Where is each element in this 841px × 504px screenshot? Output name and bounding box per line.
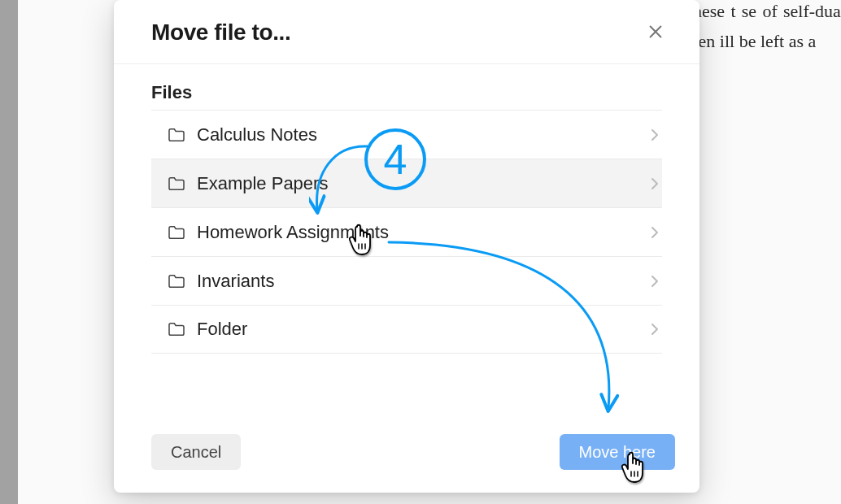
folder-row[interactable]: Invariants [151,256,662,305]
folder-label: Example Papers [197,173,639,194]
modal-title: Move file to... [151,20,290,46]
folder-label: Homework Assignments [197,222,639,243]
folder-icon [168,176,185,191]
chevron-right-icon [651,177,659,190]
close-icon [647,23,665,43]
chevron-right-icon [651,323,659,336]
modal-footer: Cancel Move here [114,419,699,493]
folder-label: Folder [197,319,639,340]
section-label: Files [114,64,699,110]
close-button[interactable] [639,16,672,49]
folder-icon [168,128,185,142]
chevron-right-icon [651,226,659,239]
cancel-button[interactable]: Cancel [151,434,241,470]
folder-row[interactable]: Calculus Notes [151,110,662,159]
folder-icon [168,225,185,240]
folder-list: Calculus NotesExample PapersHomework Ass… [114,110,699,419]
folder-label: Calculus Notes [197,124,639,146]
modal-header: Move file to... [114,0,699,64]
folder-row[interactable]: Example Papers [151,159,662,207]
folder-row[interactable]: Folder [151,305,662,354]
move-here-button[interactable]: Move here [560,434,676,470]
chevron-right-icon [651,275,659,288]
move-file-modal: Move file to... Files Calculus NotesExam… [114,0,699,493]
folder-icon [168,322,185,337]
chevron-right-icon [651,128,659,141]
folder-row[interactable]: Homework Assignments [151,207,662,256]
folder-icon [168,274,185,289]
folder-label: Invariants [197,271,639,292]
